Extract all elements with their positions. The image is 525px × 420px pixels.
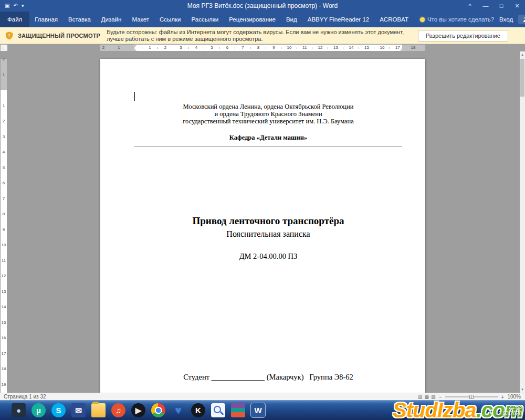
vertical-ruler[interactable]: 2112345678910111213141516171819 bbox=[0, 51, 7, 393]
ribbon-tab-file[interactable]: Файл bbox=[0, 12, 29, 27]
taskbar-icon-explorer[interactable] bbox=[91, 403, 106, 417]
taskbar-icon-app-dark[interactable]: ● bbox=[12, 403, 26, 417]
vruler-number: 11 bbox=[0, 258, 7, 263]
doc-text-line: Московский ордена Ленина, ордена Октябрь… bbox=[134, 103, 402, 110]
system-tray: ▴ 21:53 12.03.2020 bbox=[489, 401, 522, 420]
vruler-number: 8 bbox=[0, 212, 7, 216]
taskbar-icon-search[interactable] bbox=[211, 403, 225, 417]
ribbon-tab-6[interactable]: Рассылки bbox=[186, 12, 224, 27]
document-page[interactable]: Московский ордена Ленина, ордена Октябрь… bbox=[100, 59, 425, 393]
hruler-number: 13 bbox=[333, 45, 338, 50]
hruler-number: 11 bbox=[302, 45, 307, 50]
taskbar-icon-chrome[interactable] bbox=[151, 403, 165, 417]
shield-warning-icon bbox=[5, 32, 13, 40]
doc-department: Кафедра «Детали машин» bbox=[134, 134, 402, 142]
window-title: Моя РГЗ Витёк.doc (защищенный просмотр) … bbox=[0, 2, 525, 9]
text-cursor bbox=[134, 92, 135, 101]
save-icon[interactable]: ▣ bbox=[5, 0, 9, 12]
scroll-up-icon[interactable]: ▴ bbox=[520, 51, 525, 58]
window-controls: ^—□× bbox=[462, 0, 525, 12]
hanging-indent-marker[interactable] bbox=[132, 48, 136, 51]
doc-number: ДМ 2-04.00.00 ПЗ bbox=[134, 252, 402, 261]
vruler-number: 2 bbox=[0, 57, 7, 61]
sign-in-button[interactable]: Вход bbox=[494, 16, 518, 23]
taskbar-icon-zona[interactable]: ♥ bbox=[171, 403, 185, 417]
taskbar-icon-kmplayer[interactable]: K bbox=[191, 403, 205, 417]
minimize-button[interactable]: — bbox=[478, 0, 494, 12]
document-canvas: Московский ордена Ленина, ордена Октябрь… bbox=[7, 51, 520, 393]
protected-view-message: Будьте осторожны: файлы из Интернета мог… bbox=[107, 29, 404, 43]
undo-icon[interactable]: ↶ bbox=[13, 0, 17, 12]
tell-me-box[interactable]: Что вы хотите сделать? bbox=[420, 16, 494, 23]
vruler-number: 13 bbox=[0, 289, 7, 294]
doc-text-line: государственный технический университет … bbox=[134, 118, 402, 125]
tab-selector[interactable]: ∟ bbox=[1, 45, 7, 51]
vruler-number: 5 bbox=[0, 165, 7, 170]
horizontal-ruler[interactable]: ∟ 21123456789101112131415161718 bbox=[0, 44, 520, 51]
ribbon-tab-7[interactable]: Рецензирование bbox=[224, 12, 281, 27]
taskbar-clock[interactable]: 21:53 12.03.2020 bbox=[496, 404, 522, 417]
ribbon-tab-9[interactable]: ABBYY FineReader 12 bbox=[302, 12, 374, 27]
vertical-scrollbar[interactable]: ▴ ▾ bbox=[520, 51, 525, 393]
vruler-number: 3 bbox=[0, 134, 7, 139]
qat-customize-icon[interactable]: ▾ bbox=[22, 0, 24, 12]
vruler-number: 1 bbox=[0, 72, 7, 77]
document-content: Московский ордена Ленина, ордена Октябрь… bbox=[134, 59, 402, 393]
hruler-number: 2 bbox=[164, 45, 166, 50]
hruler-number: 5 bbox=[211, 45, 213, 50]
vruler-number: 17 bbox=[0, 351, 7, 356]
ribbon-tab-10[interactable]: ACROBAT bbox=[374, 12, 414, 27]
vruler-number: 6 bbox=[0, 181, 7, 185]
hruler-number: 6 bbox=[226, 45, 228, 50]
page-indicator[interactable]: Страница 1 из 32 bbox=[0, 394, 46, 400]
ribbon-tab-2[interactable]: Вставка bbox=[63, 12, 96, 27]
protected-view-label: ЗАЩИЩЕННЫЙ ПРОСМОТР bbox=[18, 33, 100, 39]
vruler-number: 19 bbox=[0, 382, 7, 387]
close-button[interactable]: × bbox=[509, 0, 525, 12]
hruler-number: 10 bbox=[287, 45, 292, 50]
taskbar-icon-utorrent[interactable]: µ bbox=[32, 403, 46, 417]
doc-title: Привод ленточного транспортёра bbox=[134, 215, 402, 227]
hruler-number: 3 bbox=[180, 45, 182, 50]
vruler-number: 7 bbox=[0, 196, 7, 201]
hruler-number: 1 bbox=[118, 45, 120, 50]
zoom-slider[interactable] bbox=[445, 396, 498, 397]
vruler-number: 2 bbox=[0, 119, 7, 123]
ribbon-tab-5[interactable]: Ссылки bbox=[154, 12, 186, 27]
hruler-number: 4 bbox=[195, 45, 197, 50]
first-line-indent-marker[interactable] bbox=[132, 45, 136, 48]
vruler-number: 15 bbox=[0, 320, 7, 325]
doc-subtitle: Пояснительная записка bbox=[134, 229, 402, 239]
taskbar-icon-winrar[interactable] bbox=[231, 403, 245, 417]
hidden-icons-arrow[interactable]: ▴ bbox=[489, 408, 491, 413]
hruler-number: 2 bbox=[102, 45, 104, 50]
right-indent-marker[interactable] bbox=[400, 48, 404, 51]
taskbar-icons: ●µS✉♫▶♥KW bbox=[12, 401, 265, 420]
hruler-number: 18 bbox=[411, 45, 416, 50]
taskbar-icon-mail[interactable]: ✉ bbox=[71, 403, 86, 417]
vruler-strip bbox=[1, 59, 7, 393]
vruler-number: 12 bbox=[0, 274, 7, 278]
taskbar-icon-media-player[interactable]: ♫ bbox=[111, 403, 125, 417]
maximize-button[interactable]: □ bbox=[494, 0, 509, 12]
ribbon-tab-4[interactable]: Макет bbox=[127, 12, 154, 27]
taskbar-icon-skype[interactable]: S bbox=[51, 403, 66, 417]
hruler-number: 14 bbox=[349, 45, 354, 50]
ribbon-tab-8[interactable]: Вид bbox=[281, 12, 302, 27]
vruler-number: 18 bbox=[0, 366, 7, 371]
hruler-number: 15 bbox=[364, 45, 369, 50]
share-button[interactable]: Общий доступ bbox=[518, 15, 525, 24]
scrollbar-thumb[interactable] bbox=[520, 59, 524, 97]
vruler-number: 14 bbox=[0, 304, 7, 309]
watermark-site: StudIzba bbox=[393, 398, 476, 420]
ribbon-display-options-button[interactable]: ^ bbox=[462, 0, 478, 12]
vruler-number: 4 bbox=[0, 150, 7, 154]
ribbon-tab-1[interactable]: Главная bbox=[29, 12, 63, 27]
ribbon-tab-3[interactable]: Дизайн bbox=[96, 12, 127, 27]
ribbon-tab-row: ФайлГлавнаяВставкаДизайнМакетСсылкиРассы… bbox=[0, 12, 525, 27]
enable-editing-button[interactable]: Разрешить редактирование bbox=[418, 30, 508, 41]
taskbar-icon-word[interactable]: W bbox=[251, 403, 265, 417]
vruler-number: 10 bbox=[0, 243, 7, 247]
scroll-down-icon[interactable]: ▾ bbox=[520, 386, 525, 393]
taskbar-icon-video-player[interactable]: ▶ bbox=[131, 403, 145, 417]
